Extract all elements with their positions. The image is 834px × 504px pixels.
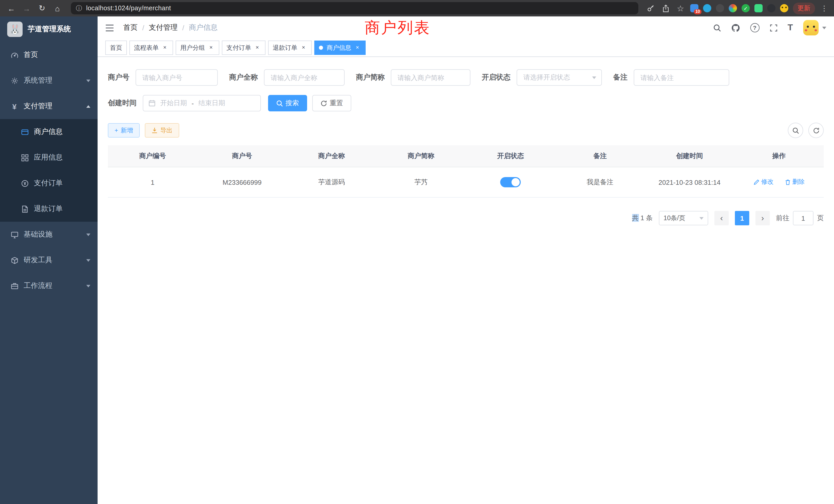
reset-button[interactable]: 重置 bbox=[312, 95, 351, 111]
full-name-label: 商户全称 bbox=[229, 73, 264, 82]
gear-icon bbox=[10, 77, 19, 85]
cell-merchant-no: M233666999 bbox=[197, 167, 287, 197]
date-end-placeholder: 结束日期 bbox=[198, 98, 225, 108]
sidebar-item-payment[interactable]: ¥ 支付管理 bbox=[0, 93, 97, 119]
github-icon[interactable] bbox=[731, 23, 740, 32]
breadcrumb-separator: / bbox=[142, 24, 144, 32]
logo-avatar: 🐰 bbox=[7, 22, 23, 37]
delete-link[interactable]: 删除 bbox=[785, 178, 805, 187]
extension-icon-2[interactable] bbox=[703, 4, 711, 12]
tab-close-icon[interactable]: × bbox=[300, 44, 307, 51]
tab-process-form[interactable]: 流程表单 × bbox=[129, 41, 173, 55]
export-button[interactable]: 导出 bbox=[145, 123, 179, 138]
search-button-label: 搜索 bbox=[286, 98, 299, 108]
share-icon[interactable] bbox=[660, 3, 671, 13]
browser-menu-icon[interactable]: ⋮ bbox=[820, 4, 829, 12]
home-icon[interactable]: ⌂ bbox=[51, 2, 64, 14]
grid-icon bbox=[21, 154, 29, 161]
tab-close-icon[interactable]: × bbox=[161, 44, 169, 51]
back-icon[interactable]: ← bbox=[5, 2, 18, 14]
extension-icon-4[interactable] bbox=[729, 4, 737, 12]
extension-icon-1[interactable]: 10 bbox=[690, 4, 698, 12]
sidebar-item-refund-order[interactable]: 退款订单 bbox=[0, 196, 97, 222]
breadcrumb: 首页 / 支付管理 / 商户信息 bbox=[123, 23, 218, 32]
tab-close-icon[interactable]: × bbox=[207, 44, 215, 51]
table-row: 1 M233666999 芋道源码 芋艿 我是备注 2021-10-23 08:… bbox=[108, 167, 824, 197]
edit-link[interactable]: 修改 bbox=[753, 178, 773, 187]
status-select[interactable]: 请选择开启状态 bbox=[517, 69, 602, 86]
sidebar-item-system[interactable]: 系统管理 bbox=[0, 68, 97, 93]
date-separator: - bbox=[192, 99, 194, 107]
extension-badge: 10 bbox=[694, 9, 702, 14]
extension-icon-7[interactable] bbox=[767, 4, 775, 12]
tab-merchant-info[interactable]: 商户信息 × bbox=[314, 41, 366, 55]
toggle-search-button[interactable] bbox=[788, 123, 803, 138]
sidebar-item-label: 工作流程 bbox=[24, 281, 81, 291]
col-merchant-id: 商户编号 bbox=[108, 145, 197, 167]
full-name-input[interactable] bbox=[264, 69, 345, 86]
breadcrumb-payment[interactable]: 支付管理 bbox=[149, 23, 178, 32]
prev-page-button[interactable]: ‹ bbox=[714, 211, 729, 225]
tab-refund-order[interactable]: 退款订单 × bbox=[268, 41, 312, 55]
pagination-total-rest: 1 条 bbox=[639, 214, 653, 222]
browser-update-button[interactable]: 更新 bbox=[793, 2, 815, 14]
fullscreen-icon[interactable] bbox=[770, 24, 777, 31]
remark-input[interactable] bbox=[634, 69, 729, 86]
tab-home[interactable]: 首页 bbox=[105, 41, 127, 55]
sidebar-item-merchant-info[interactable]: 商户信息 bbox=[0, 119, 97, 145]
create-time-range-picker[interactable]: 开始日期 - 结束日期 bbox=[143, 95, 261, 111]
search-icon[interactable] bbox=[713, 24, 721, 31]
sidebar-item-label: 商户信息 bbox=[34, 127, 90, 137]
merchant-no-input[interactable] bbox=[136, 69, 218, 86]
sidebar-item-workflow[interactable]: 工作流程 bbox=[0, 273, 97, 299]
sidebar-item-home[interactable]: 首页 bbox=[0, 42, 97, 68]
extension-icon-8[interactable] bbox=[780, 4, 788, 12]
export-button-label: 导出 bbox=[160, 126, 173, 135]
password-key-icon[interactable] bbox=[645, 3, 656, 13]
sidebar-toggle-icon[interactable] bbox=[105, 24, 114, 31]
user-menu[interactable] bbox=[803, 20, 826, 36]
goto-page: 前往 页 bbox=[776, 211, 824, 225]
extension-icon-5[interactable]: ✓ bbox=[742, 4, 750, 12]
sidebar-item-app-info[interactable]: 应用信息 bbox=[0, 145, 97, 170]
chevron-down-icon bbox=[822, 26, 826, 29]
tab-user-group[interactable]: 用户分组 × bbox=[176, 41, 219, 55]
pagination-total: 共 1 条 bbox=[632, 213, 653, 223]
add-button[interactable]: + 新增 bbox=[108, 123, 140, 138]
cube-icon bbox=[10, 256, 19, 264]
sidebar-logo[interactable]: 🐰 芋道管理系统 bbox=[0, 17, 97, 42]
breadcrumb-separator: / bbox=[182, 24, 184, 32]
page-size-select[interactable]: 10条/页 bbox=[659, 211, 708, 225]
page-1-button[interactable]: 1 bbox=[735, 211, 749, 225]
chevron-down-icon bbox=[699, 217, 704, 220]
sidebar-item-infrastructure[interactable]: 基础设施 bbox=[0, 222, 97, 247]
tab-close-icon[interactable]: × bbox=[254, 44, 261, 51]
search-button[interactable]: 搜索 bbox=[268, 95, 307, 111]
tab-pay-order[interactable]: 支付订单 × bbox=[222, 41, 265, 55]
short-name-input[interactable] bbox=[391, 69, 470, 86]
sidebar: 🐰 芋道管理系统 首页 系统管理 bbox=[0, 17, 97, 504]
tab-label: 首页 bbox=[110, 43, 122, 52]
breadcrumb-home[interactable]: 首页 bbox=[123, 23, 138, 32]
address-bar[interactable]: ⓘ localhost:1024/pay/merchant bbox=[71, 2, 639, 14]
sidebar-item-pay-order[interactable]: 支付订单 bbox=[0, 170, 97, 196]
goto-page-input[interactable] bbox=[793, 211, 813, 225]
refresh-table-button[interactable] bbox=[808, 123, 824, 138]
chevron-down-icon bbox=[86, 259, 90, 261]
extension-icon-3[interactable] bbox=[716, 4, 724, 12]
tab-close-icon[interactable]: × bbox=[354, 44, 361, 51]
font-size-icon[interactable]: T bbox=[788, 23, 793, 33]
site-info-icon[interactable]: ⓘ bbox=[76, 4, 82, 13]
tab-label: 商户信息 bbox=[327, 43, 351, 52]
reload-icon[interactable]: ↻ bbox=[36, 2, 48, 14]
bookmark-star-icon[interactable]: ☆ bbox=[675, 3, 686, 13]
sidebar-item-dev-tools[interactable]: 研发工具 bbox=[0, 247, 97, 273]
sidebar-item-label: 应用信息 bbox=[34, 153, 90, 162]
status-toggle[interactable] bbox=[500, 177, 521, 187]
status-label: 开启状态 bbox=[482, 73, 517, 82]
help-icon[interactable]: ? bbox=[750, 23, 759, 32]
sidebar-item-label: 退款订单 bbox=[34, 204, 90, 213]
extension-icon-6[interactable] bbox=[754, 4, 763, 12]
next-page-button[interactable]: › bbox=[755, 211, 770, 225]
forward-icon[interactable]: → bbox=[21, 2, 33, 14]
